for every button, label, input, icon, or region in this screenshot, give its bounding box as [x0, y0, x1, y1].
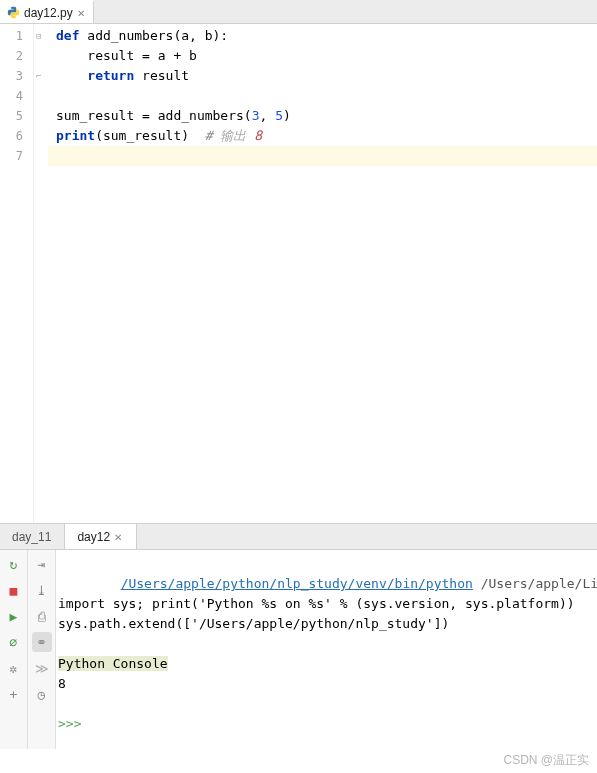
console-toolbar-left2: ⇥⤓⎙⚭≫◷ — [28, 550, 56, 749]
editor-tabbar: day12.py ✕ — [0, 0, 597, 24]
line-number-gutter: 1234567 — [0, 24, 34, 523]
editor-tab-label: day12.py — [24, 6, 73, 20]
line-number: 7 — [0, 146, 33, 166]
history-icon[interactable]: ◷ — [32, 684, 52, 704]
run-icon[interactable]: ▶ — [4, 606, 24, 626]
console-body: ↻■▶⌀✲+ ⇥⤓⎙⚭≫◷ /Users/apple/python/nlp_st… — [0, 550, 597, 749]
print-icon[interactable]: ⎙ — [32, 606, 52, 626]
interpreter-link[interactable]: /Users/apple/python/nlp_study/venv/bin/p… — [121, 576, 473, 591]
code-area[interactable]: def add_numbers(a, b): result = a + b re… — [48, 24, 597, 523]
settings-icon[interactable]: ✲ — [4, 658, 24, 678]
fold-marker[interactable]: ⌐ — [36, 66, 41, 86]
watermark: CSDN @温正实 — [503, 752, 589, 769]
line-number: 1 — [0, 26, 33, 46]
console-line-label: Python Console — [58, 654, 597, 674]
close-icon[interactable]: ✕ — [114, 532, 124, 542]
console-tab-day12[interactable]: day12 ✕ — [64, 524, 137, 549]
prompt-icon[interactable]: ≫ — [32, 658, 52, 678]
line-number: 4 — [0, 86, 33, 106]
interpreter-rest: /Users/apple/Library/ — [473, 576, 597, 591]
console-output[interactable]: /Users/apple/python/nlp_study/venv/bin/p… — [56, 550, 597, 749]
code-line: print(sum_result) # 输出 8 — [56, 126, 597, 146]
code-line: sum_result = add_numbers(3, 5) — [56, 106, 597, 126]
console-tabbar: day_11day12 ✕ — [0, 524, 597, 550]
code-line — [56, 86, 597, 106]
console-panel: day_11day12 ✕ ↻■▶⌀✲+ ⇥⤓⎙⚭≫◷ /Users/apple… — [0, 524, 597, 749]
console-tab-day_11[interactable]: day_11 — [0, 524, 64, 549]
line-number: 2 — [0, 46, 33, 66]
debug-icon[interactable]: ⌀ — [4, 632, 24, 652]
code-editor[interactable]: 1234567 ⊟⌐ def add_numbers(a, b): result… — [0, 24, 597, 524]
console-line-syspath: sys.path.extend(['/Users/apple/python/nl… — [58, 614, 597, 634]
line-number: 3 — [0, 66, 33, 86]
code-line — [48, 146, 597, 166]
line-number: 5 — [0, 106, 33, 126]
console-blank — [58, 634, 597, 654]
code-line: result = a + b — [56, 46, 597, 66]
stop-icon[interactable]: ■ — [4, 580, 24, 600]
console-toolbar-left: ↻■▶⌀✲+ — [0, 550, 28, 749]
line-number: 6 — [0, 126, 33, 146]
scroll-end-icon[interactable]: ⤓ — [32, 580, 52, 600]
python-file-icon — [6, 6, 20, 20]
editor-tab-day12[interactable]: day12.py ✕ — [0, 0, 94, 23]
fold-gutter: ⊟⌐ — [34, 24, 48, 523]
console-blank — [58, 694, 597, 714]
soft-wrap-icon[interactable]: ⇥ — [32, 554, 52, 574]
link-icon[interactable]: ⚭ — [32, 632, 52, 652]
code-line: return result — [56, 66, 597, 86]
code-line: def add_numbers(a, b): — [56, 26, 597, 46]
close-icon[interactable]: ✕ — [77, 8, 87, 18]
add-icon[interactable]: + — [4, 684, 24, 704]
console-line-path: /Users/apple/python/nlp_study/venv/bin/p… — [58, 554, 597, 574]
console-line-result: 8 — [58, 674, 597, 694]
console-line-import: import sys; print('Python %s on %s' % (s… — [58, 594, 597, 614]
fold-marker[interactable]: ⊟ — [36, 26, 41, 46]
rerun-icon[interactable]: ↻ — [4, 554, 24, 574]
console-prompt[interactable]: >>> — [58, 714, 597, 734]
